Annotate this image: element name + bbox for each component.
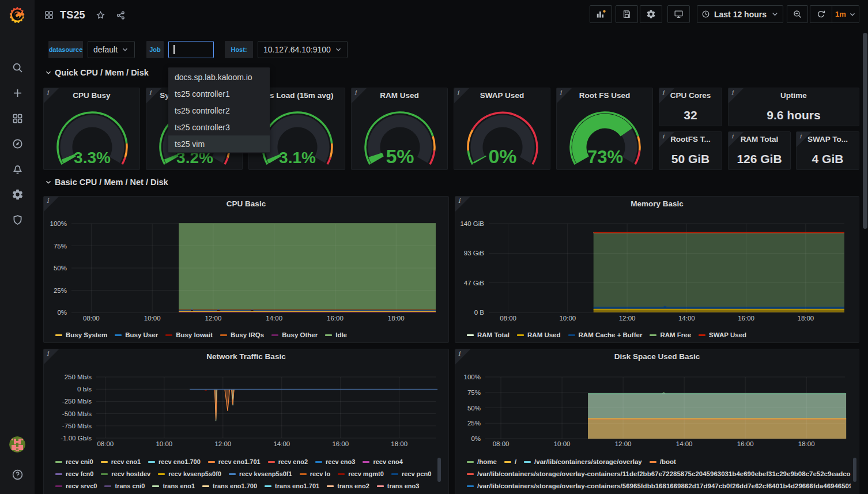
variable-value-dropdown[interactable]: 10.127.64.10:9100 <box>258 41 348 58</box>
clock-icon <box>701 10 710 18</box>
search-icon[interactable] <box>0 55 35 80</box>
legend-item[interactable]: recv mgmt0 <box>338 470 384 477</box>
stat-value: 4 GiB <box>797 152 859 166</box>
legend-item[interactable]: recv eno3 <box>315 458 355 465</box>
panel-title[interactable]: CPU Busy <box>44 91 139 100</box>
add-panel-button[interactable] <box>590 5 612 23</box>
variable-label-datasource: datasource <box>48 41 83 58</box>
panel-title[interactable]: SWAP To... <box>797 135 859 144</box>
panel-title[interactable]: Uptime <box>729 91 859 100</box>
panel-title[interactable]: RAM Used <box>352 91 447 100</box>
save-dashboard-button[interactable] <box>616 5 638 23</box>
alerting-bell-icon[interactable] <box>0 156 35 182</box>
legend-item[interactable]: trans cni0 <box>104 482 145 489</box>
legend-series-label: trans eno2 <box>337 482 369 489</box>
legend-series-color <box>268 461 275 463</box>
legend-item[interactable]: recv eno4 <box>363 458 402 465</box>
dropdown-option[interactable]: docs.sp.lab.kaloom.io <box>168 69 270 85</box>
legend-item[interactable]: / <box>504 458 516 465</box>
legend-item[interactable]: /boot <box>650 458 676 465</box>
legend-item[interactable]: trans eno1.700 <box>202 482 257 489</box>
page-scrollbar[interactable] <box>863 33 867 229</box>
panel-title[interactable]: CPU Cores <box>659 91 722 100</box>
stat-value: 9.6 hours <box>729 108 859 122</box>
legend-item[interactable]: trans eno3 <box>377 482 420 489</box>
y-axis-tick: -500 Mb/s <box>62 410 92 417</box>
x-axis-tick: 12:00 <box>615 440 632 447</box>
cycle-view-button[interactable] <box>667 5 690 23</box>
legend-item[interactable]: Busy Iowait <box>165 331 213 338</box>
dashboard-title[interactable]: TS25 <box>60 9 85 21</box>
y-axis-tick: 0 B <box>474 309 485 316</box>
explore-compass-icon[interactable] <box>0 131 35 156</box>
legend-item[interactable]: recv cni0 <box>55 458 93 465</box>
legend-item[interactable]: Idle <box>325 331 347 338</box>
legend-item[interactable]: recv pcn0 <box>391 470 431 477</box>
legend-item[interactable]: RAM Total <box>467 331 510 338</box>
y-axis-tick: 50% <box>467 405 481 412</box>
variable-value-dropdown[interactable]: default <box>88 41 135 58</box>
dropdown-option[interactable]: ts25 vim <box>168 135 270 152</box>
legend-item[interactable]: recv eno1.700 <box>148 458 201 465</box>
zoom-out-button[interactable] <box>787 5 808 23</box>
legend-item[interactable]: recv lo <box>300 470 330 477</box>
legend-row: /var/lib/containers/storage/overlay-cont… <box>467 469 851 479</box>
variable-label-job: Job <box>146 41 164 58</box>
legend-item[interactable]: Busy Other <box>271 331 318 338</box>
panel-title[interactable]: RAM Total <box>729 135 790 144</box>
legend-item[interactable]: /var/lib/containers/storage/overlay-cont… <box>467 482 851 489</box>
legend-item[interactable]: trans eno1.701 <box>265 482 319 489</box>
gauge-panel-swap: iSWAP Used0% <box>454 88 550 170</box>
legend-scrollbar[interactable] <box>853 458 856 482</box>
admin-shield-icon[interactable] <box>0 207 35 232</box>
legend-series-color <box>55 334 62 336</box>
legend-item[interactable]: recv kvsenp5s0f0 <box>158 470 221 477</box>
legend-item[interactable]: /var/lib/containers/storage/overlay-cont… <box>467 470 851 477</box>
legend-item[interactable]: Busy User <box>115 331 158 338</box>
panel-title[interactable]: SWAP Used <box>454 91 550 100</box>
legend-item[interactable]: Busy IRQs <box>220 331 264 338</box>
dropdown-option[interactable]: ts25 controller3 <box>168 119 270 135</box>
dropdown-option[interactable]: ts25 controller2 <box>168 102 270 119</box>
panel-title[interactable]: RootFS T... <box>659 135 722 144</box>
star-icon[interactable] <box>96 10 105 20</box>
legend-item[interactable]: recv eno1 <box>101 458 141 465</box>
legend-item[interactable]: recv eno2 <box>268 458 308 465</box>
section-header-0[interactable]: Quick CPU / Mem / Disk <box>45 68 149 77</box>
share-icon[interactable] <box>116 10 126 20</box>
job-variable-input[interactable] <box>168 41 214 58</box>
legend-item[interactable]: recv eno1.701 <box>208 458 261 465</box>
refresh-interval-dropdown[interactable]: 1m <box>832 5 859 23</box>
legend-series-label: RAM Total <box>477 331 510 338</box>
user-avatar[interactable] <box>9 436 25 452</box>
legend-item[interactable]: RAM Used <box>517 331 561 338</box>
x-axis-tick: 14:00 <box>676 440 693 447</box>
plus-icon[interactable] <box>0 80 35 105</box>
legend-scrollbar[interactable] <box>437 458 441 482</box>
configuration-gear-icon[interactable] <box>0 182 35 207</box>
time-range-picker[interactable]: Last 12 hours <box>697 5 783 23</box>
dashboards-icon[interactable] <box>0 105 35 131</box>
dashboard-settings-button[interactable] <box>640 5 662 23</box>
chevron-down-icon <box>45 69 52 76</box>
legend-item[interactable]: SWAP Used <box>699 331 746 338</box>
section-header-1[interactable]: Basic CPU / Mem / Net / Disk <box>45 178 168 187</box>
refresh-button[interactable] <box>810 5 832 23</box>
chart-cpu_basic: 0%25%50%75%100%08:0010:0012:0014:0016:00… <box>44 197 449 343</box>
legend-item[interactable]: /var/lib/containers/storage/overlay <box>524 458 642 465</box>
legend-item[interactable]: recv fcn0 <box>55 470 93 477</box>
legend-item[interactable]: RAM Free <box>650 331 691 338</box>
x-axis-tick: 14:00 <box>266 315 282 322</box>
legend-item[interactable]: trans eno2 <box>327 482 369 489</box>
grafana-logo[interactable] <box>7 5 27 25</box>
legend-item[interactable]: trans eno1 <box>152 482 195 489</box>
legend-item[interactable]: Busy System <box>55 331 107 338</box>
legend-item[interactable]: recv srvc0 <box>55 482 97 489</box>
dropdown-option[interactable]: ts25 controller1 <box>168 85 270 102</box>
legend-item[interactable]: recv kvsenp5s0f1 <box>229 470 292 477</box>
legend-item[interactable]: RAM Cache + Buffer <box>568 331 643 338</box>
legend-item[interactable]: recv hostdev <box>101 470 150 477</box>
help-icon[interactable] <box>0 462 35 487</box>
legend-item[interactable]: /home <box>467 458 497 465</box>
panel-title[interactable]: Root FS Used <box>557 91 652 100</box>
